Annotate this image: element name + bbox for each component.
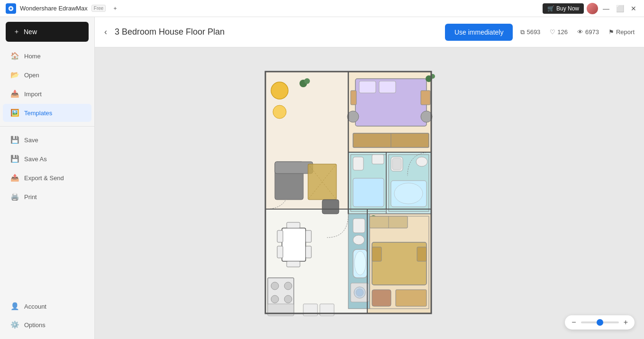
svg-point-27 <box>271 295 279 303</box>
cart-icon: 🛒 <box>547 5 554 12</box>
use-immediately-button[interactable]: Use immediately <box>445 24 513 41</box>
svg-rect-49 <box>372 155 384 164</box>
sidebar-item-import[interactable]: 📥 Import <box>3 85 91 103</box>
import-icon: 📥 <box>10 90 19 98</box>
user-avatar[interactable] <box>587 3 598 14</box>
views-stat: 👁 6973 <box>577 28 599 36</box>
sidebar-item-label: Save <box>24 137 38 144</box>
svg-point-38 <box>421 111 432 122</box>
svg-point-14 <box>273 105 286 119</box>
svg-rect-55 <box>372 290 391 306</box>
report-button[interactable]: ⚑ Report <box>608 28 635 36</box>
app-name: Wondershare EdrawMax <box>20 5 88 12</box>
eye-icon: 👁 <box>577 28 583 36</box>
svg-rect-22 <box>287 222 300 228</box>
title-bar-right: 🛒 Buy Now — ⬜ ✕ <box>543 3 638 14</box>
buy-now-button[interactable]: 🛒 Buy Now <box>543 3 584 14</box>
sidebar-item-open[interactable]: 📂 Open <box>3 66 91 84</box>
zoom-out-button[interactable]: − <box>571 318 576 327</box>
svg-rect-50 <box>353 178 384 207</box>
svg-rect-18 <box>277 230 283 242</box>
svg-rect-43 <box>392 158 401 170</box>
account-icon: 👤 <box>10 302 19 311</box>
heart-icon: ♡ <box>550 28 555 36</box>
svg-rect-32 <box>379 81 396 93</box>
flag-icon: ⚑ <box>608 28 614 36</box>
sidebar-item-label: Account <box>24 303 46 310</box>
svg-point-44 <box>416 157 427 166</box>
sidebar-bottom: 👤 Account ⚙️ Options <box>0 297 94 339</box>
svg-point-25 <box>271 282 279 290</box>
svg-rect-31 <box>359 81 376 93</box>
new-button[interactable]: ＋ New <box>6 22 89 42</box>
options-icon: ⚙️ <box>10 321 19 329</box>
sidebar: ＋ New 🏠 Home 📂 Open 📥 Import 🖼️ Template… <box>0 17 95 339</box>
sidebar-item-home[interactable]: 🏠 Home <box>3 47 91 65</box>
canvas-area[interactable]: − + <box>95 47 644 339</box>
sidebar-spacer <box>0 206 94 297</box>
open-icon: 📂 <box>10 71 19 79</box>
svg-rect-19 <box>277 246 283 258</box>
svg-point-16 <box>304 78 310 84</box>
svg-point-60 <box>354 251 366 275</box>
sidebar-item-account[interactable]: 👤 Account <box>3 297 91 315</box>
template-title: 3 Bedroom House Floor Plan <box>115 27 437 37</box>
new-label: New <box>24 28 37 36</box>
sidebar-item-options[interactable]: ⚙️ Options <box>3 316 91 334</box>
plus-icon: ＋ <box>13 27 20 36</box>
sidebar-item-label: Home <box>24 53 41 60</box>
svg-point-28 <box>284 295 292 303</box>
svg-rect-48 <box>353 157 363 170</box>
sidebar-divider <box>0 126 94 127</box>
floor-plan-container <box>251 67 488 320</box>
save-as-icon: 💾 <box>10 155 19 163</box>
svg-rect-23 <box>287 261 300 267</box>
svg-rect-56 <box>396 290 426 306</box>
zoom-slider[interactable] <box>581 321 619 323</box>
zoom-in-button[interactable]: + <box>624 318 628 327</box>
sidebar-item-label: Save As <box>24 156 47 163</box>
buy-now-label: Buy Now <box>556 5 579 12</box>
copy-icon: ⧉ <box>520 28 525 36</box>
svg-point-37 <box>347 111 359 122</box>
svg-point-62 <box>353 235 364 245</box>
sidebar-item-label: Templates <box>24 110 52 117</box>
svg-rect-17 <box>282 228 306 261</box>
svg-rect-53 <box>372 247 381 261</box>
content-area: ‹ 3 Bedroom House Floor Plan Use immedia… <box>95 17 644 339</box>
sidebar-item-label: Import <box>24 91 42 98</box>
sidebar-item-save-as[interactable]: 💾 Save As <box>3 150 91 168</box>
back-button[interactable]: ‹ <box>104 27 107 37</box>
maximize-button[interactable]: ⬜ <box>614 5 626 12</box>
svg-rect-8 <box>275 162 313 174</box>
likes-stat[interactable]: ♡ 126 <box>550 28 568 36</box>
copies-stat: ⧉ 5693 <box>520 28 540 36</box>
svg-rect-20 <box>306 230 311 242</box>
zoom-control: − + <box>565 315 635 330</box>
export-icon: 📤 <box>10 174 19 182</box>
template-stats: ⧉ 5693 ♡ 126 👁 6973 ⚑ Report <box>520 28 635 36</box>
svg-point-46 <box>394 183 423 204</box>
copies-count: 5693 <box>526 28 540 36</box>
svg-rect-54 <box>417 247 426 261</box>
sidebar-item-export-send[interactable]: 📤 Export & Send <box>3 169 91 187</box>
sidebar-item-save[interactable]: 💾 Save <box>3 131 91 149</box>
svg-point-26 <box>284 282 292 290</box>
home-icon: 🏠 <box>10 52 19 60</box>
sidebar-item-print[interactable]: 🖨️ Print <box>3 188 91 206</box>
svg-rect-61 <box>353 219 365 233</box>
svg-rect-21 <box>306 246 311 258</box>
sidebar-item-templates[interactable]: 🖼️ Templates <box>3 104 91 122</box>
zoom-handle[interactable] <box>597 319 603 326</box>
sidebar-item-label: Options <box>24 321 45 329</box>
floor-plan-svg <box>251 67 488 318</box>
close-button[interactable]: ✕ <box>629 5 638 12</box>
add-tab-button[interactable]: + <box>109 4 120 13</box>
minimize-button[interactable]: — <box>601 5 611 12</box>
main-layout: ＋ New 🏠 Home 📂 Open 📥 Import 🖼️ Template… <box>0 17 644 339</box>
svg-point-65 <box>356 289 363 296</box>
title-bar: Wondershare EdrawMax Free + 🛒 Buy Now — … <box>0 0 644 17</box>
templates-icon: 🖼️ <box>10 109 19 117</box>
title-bar-left: Wondershare EdrawMax Free + <box>6 3 120 14</box>
svg-rect-34 <box>421 91 430 105</box>
